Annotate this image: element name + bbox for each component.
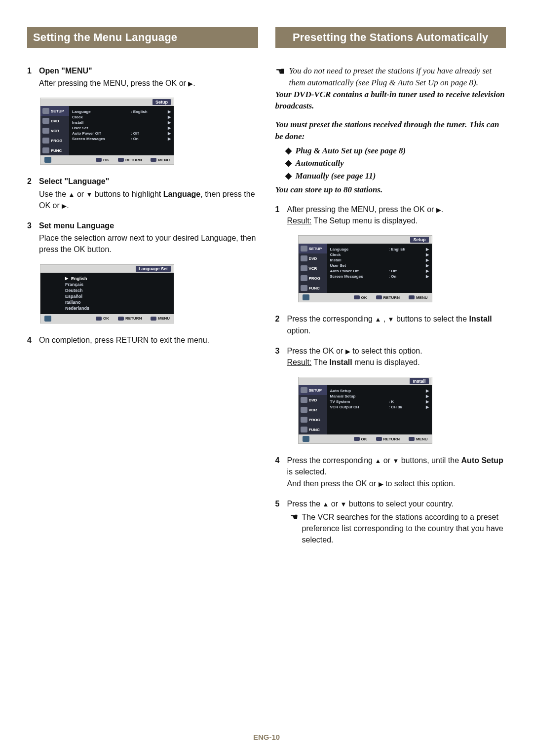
osd-body: SETUP DVD VCR PROG FUNC Auto Setup▶ Manu… [299,385,432,434]
osd-body: SETUP DVD VCR PROG FUNC Language: Englis… [40,106,174,155]
osd-ok: OK [96,158,109,162]
osd-ok: OK [354,295,367,300]
text: or [329,500,340,508]
osd-side-dvd: DVD [299,395,327,405]
bold-italic-note: You must preset the stations received th… [275,120,499,141]
r-step-5-note: ☚ The VCR searches for the stations acco… [290,511,506,546]
osd-ok: OK [96,316,109,321]
label: PROG [309,418,321,422]
label: User Set [72,126,131,130]
label: Auto Power Off [72,131,131,136]
osd-side-vcr: VCR [299,263,327,273]
text: Use the [39,190,69,198]
osd-side-func: FUNC [299,425,327,434]
osd-row: Install▶ [330,257,429,263]
osd-main: English Français Deutsch Español Italian… [40,273,174,314]
step-body: Open "MENU" After pressing the MENU, pre… [39,65,258,89]
label: FUNC [309,286,320,290]
label: SETUP [51,109,64,113]
label: Español [65,294,82,299]
text: is selected. [287,468,327,476]
menu-icon [151,317,156,321]
r-step-2: 2 Press the corresponding ▲ , ▼ buttons … [275,313,506,336]
right-title: Presetting the Stations Automatically [275,27,506,48]
tape-icon [301,265,307,271]
osd-title-bar: Setup [40,98,174,106]
step-number: 3 [27,220,39,255]
text: buttons, until the [399,456,461,465]
right-arrow-icon: ▶ [188,79,193,89]
text: The VCR searches for the stations accord… [302,511,506,546]
arrow-icon: ▶ [166,115,171,119]
label: PROG [51,139,63,143]
step-body: Press the corresponding ▲ or ▼ buttons, … [287,455,506,489]
bold-text: Language [163,190,201,198]
func-icon [301,285,307,291]
label: OK [361,437,367,441]
step-2: 2 Select "Language" Use the ▲ or ▼ butto… [27,176,258,211]
disc-icon [42,118,49,124]
up-arrow-icon: ▲ [323,500,329,509]
right-column: Presetting the Stations Automatically ☚ … [275,27,506,546]
gear-icon [301,387,307,393]
gear-icon [42,108,49,114]
text: or [381,456,392,465]
bold-text: Install [469,315,492,323]
ok-icon [354,295,360,299]
osd-row: VCR Output CH: CH 36▶ [330,404,429,410]
r-step-1: 1 After pressing the MENU, press the OK … [275,204,506,226]
osd-sidebar: SETUP DVD VCR PROG FUNC [299,385,327,434]
osd-return: RETURN [118,158,142,162]
step-body: Select "Language" Use the ▲ or ▼ buttons… [39,176,258,211]
down-arrow-icon: ▼ [392,457,399,466]
menu-icon [151,158,156,162]
step-number: 1 [275,204,287,226]
label: Language [330,247,389,252]
brand-icon [44,157,51,163]
clock-icon [301,417,307,423]
label: Nederlands [65,306,89,311]
osd-tab-label: Language Set [136,266,171,272]
text: The Setup menu is displayed. [311,216,418,225]
osd-tab-label: Install [410,378,428,384]
value: : Off [388,269,423,273]
menu-icon [409,437,415,441]
text: buttons to highlight [92,190,163,198]
step-number: 3 [275,345,287,368]
text: buttons to select your country. [346,500,454,508]
osd-lang-row: Italiano [65,299,171,305]
osd-row: Auto Power Off: Off▶ [72,131,171,136]
osd-lang-row: Nederlands [65,305,171,311]
osd-footer: OK RETURN MENU [40,314,174,323]
osd-row: Auto Setup▶ [330,388,429,394]
osd-setup-screenshot: Setup SETUP DVD VCR PROG FUNC Language: … [298,235,432,302]
label: SETUP [309,388,322,393]
osd-footer: OK RETURN MENU [299,434,432,443]
text: . [441,205,443,214]
text: Place the selection arrow next to your d… [39,234,256,253]
step-body: Press the corresponding ▲ , ▼ buttons to… [287,313,506,336]
osd-language-screenshot: Language Set English Français Deutsch Es… [40,264,174,324]
osd-footer: OK RETURN MENU [299,293,432,302]
lead-block: ☚ You do not need to preset the stations… [275,65,506,196]
label: FUNC [309,428,320,432]
return-icon [376,437,382,441]
arrow-icon: ▶ [166,131,171,136]
arrow-icon: ▶ [424,263,429,268]
italic-note: You do not need to preset the stations i… [289,65,506,89]
step-1: 1 Open "MENU" After pressing the MENU, p… [27,65,258,89]
arrow-icon: ▶ [166,120,171,125]
osd-return: RETURN [376,437,400,441]
text: or [75,190,86,198]
right-arrow-icon: ▶ [62,202,67,211]
osd-lang-row: Deutsch [65,288,171,293]
result-label: Result: [287,216,312,225]
arrow-icon: ▶ [424,389,429,393]
arrow-icon: ▶ [424,252,429,257]
osd-sidebar: SETUP DVD VCR PROG FUNC [40,106,69,155]
return-icon [118,317,124,321]
osd-lang-row: Français [65,282,171,288]
label: Clock [330,252,389,257]
osd-side-func: FUNC [40,145,69,155]
osd-row: TV System: K▶ [330,399,429,404]
